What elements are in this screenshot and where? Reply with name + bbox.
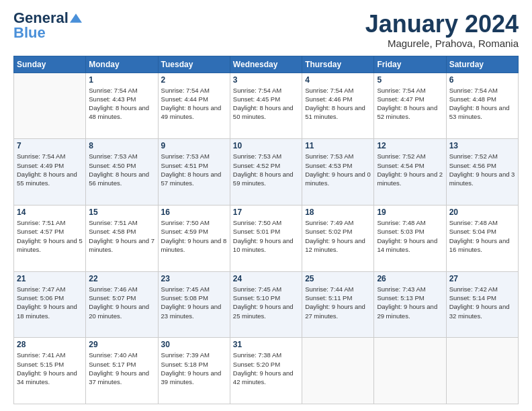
day-number: 26 xyxy=(377,274,443,283)
sunset-text: Sunset: 5:11 PM xyxy=(305,293,371,302)
sunset-text: Sunset: 5:20 PM xyxy=(233,360,299,369)
day-info: Sunrise: 7:45 AM Sunset: 5:10 PM Dayligh… xyxy=(233,285,299,320)
sunrise-text: Sunrise: 7:53 AM xyxy=(161,152,227,161)
daylight-text: Daylight: 8 hours and 55 minutes. xyxy=(17,170,83,188)
header-saturday: Saturday xyxy=(446,56,518,73)
svg-marker-0 xyxy=(70,13,82,23)
header-tuesday: Tuesday xyxy=(158,56,230,73)
table-row: 24 Sunrise: 7:45 AM Sunset: 5:10 PM Dayl… xyxy=(230,271,302,338)
day-info: Sunrise: 7:39 AM Sunset: 5:18 PM Dayligh… xyxy=(161,351,227,386)
daylight-text: Daylight: 8 hours and 50 minutes. xyxy=(233,103,299,122)
day-number: 21 xyxy=(17,274,83,283)
day-number: 25 xyxy=(305,274,371,283)
day-number: 20 xyxy=(449,208,515,217)
sunrise-text: Sunrise: 7:50 AM xyxy=(161,218,227,227)
day-info: Sunrise: 7:49 AM Sunset: 5:02 PM Dayligh… xyxy=(305,218,371,254)
sunrise-text: Sunrise: 7:39 AM xyxy=(161,351,227,359)
daylight-text: Daylight: 9 hours and 12 minutes. xyxy=(305,236,371,255)
sunrise-text: Sunrise: 7:52 AM xyxy=(449,152,515,161)
day-info: Sunrise: 7:41 AM Sunset: 5:15 PM Dayligh… xyxy=(17,351,83,386)
day-number: 24 xyxy=(233,274,299,283)
daylight-text: Daylight: 8 hours and 57 minutes. xyxy=(161,170,227,188)
daylight-text: Daylight: 8 hours and 49 minutes. xyxy=(161,103,227,122)
sunrise-text: Sunrise: 7:38 AM xyxy=(233,351,299,359)
day-info: Sunrise: 7:51 AM Sunset: 4:58 PM Dayligh… xyxy=(89,218,154,254)
sunset-text: Sunset: 4:43 PM xyxy=(89,95,154,103)
daylight-text: Daylight: 9 hours and 29 minutes. xyxy=(377,302,443,320)
sunset-text: Sunset: 5:02 PM xyxy=(305,227,371,236)
sunset-text: Sunset: 4:48 PM xyxy=(449,95,515,103)
table-row: 29 Sunrise: 7:40 AM Sunset: 5:17 PM Dayl… xyxy=(86,338,158,404)
sunset-text: Sunset: 5:07 PM xyxy=(89,293,154,302)
page: General Blue January 2024 Magurele, Prah… xyxy=(0,0,532,411)
daylight-text: Daylight: 8 hours and 56 minutes. xyxy=(89,170,154,188)
sunset-text: Sunset: 4:53 PM xyxy=(305,161,371,170)
day-info: Sunrise: 7:48 AM Sunset: 5:04 PM Dayligh… xyxy=(449,218,515,254)
day-info: Sunrise: 7:38 AM Sunset: 5:20 PM Dayligh… xyxy=(233,351,299,386)
daylight-text: Daylight: 9 hours and 37 minutes. xyxy=(89,369,154,387)
day-info: Sunrise: 7:45 AM Sunset: 5:08 PM Dayligh… xyxy=(161,285,227,320)
table-row: 21 Sunrise: 7:47 AM Sunset: 5:06 PM Dayl… xyxy=(14,271,86,338)
sunrise-text: Sunrise: 7:53 AM xyxy=(89,152,154,161)
table-row: 26 Sunrise: 7:43 AM Sunset: 5:13 PM Dayl… xyxy=(374,271,446,338)
day-info: Sunrise: 7:51 AM Sunset: 4:57 PM Dayligh… xyxy=(17,218,83,254)
table-row xyxy=(374,338,446,404)
table-row: 20 Sunrise: 7:48 AM Sunset: 5:04 PM Dayl… xyxy=(446,205,518,271)
sunrise-text: Sunrise: 7:54 AM xyxy=(305,86,371,95)
daylight-text: Daylight: 9 hours and 2 minutes. xyxy=(377,170,443,188)
daylight-text: Daylight: 8 hours and 59 minutes. xyxy=(233,170,299,188)
table-row: 5 Sunrise: 7:54 AM Sunset: 4:47 PM Dayli… xyxy=(374,73,446,139)
day-number: 14 xyxy=(17,208,83,217)
daylight-text: Daylight: 9 hours and 20 minutes. xyxy=(89,302,154,320)
daylight-text: Daylight: 9 hours and 32 minutes. xyxy=(449,302,515,320)
sunrise-text: Sunrise: 7:40 AM xyxy=(89,351,154,359)
sunrise-text: Sunrise: 7:49 AM xyxy=(305,218,371,227)
sunrise-text: Sunrise: 7:53 AM xyxy=(305,152,371,161)
day-number: 3 xyxy=(233,75,299,85)
sunset-text: Sunset: 5:15 PM xyxy=(17,360,83,369)
day-info: Sunrise: 7:42 AM Sunset: 5:14 PM Dayligh… xyxy=(449,285,515,320)
header-wednesday: Wednesday xyxy=(230,56,302,73)
day-info: Sunrise: 7:54 AM Sunset: 4:45 PM Dayligh… xyxy=(233,86,299,122)
daylight-text: Daylight: 9 hours and 27 minutes. xyxy=(305,302,371,320)
table-row xyxy=(302,338,374,404)
sunrise-text: Sunrise: 7:54 AM xyxy=(377,86,443,95)
calendar-week-row: 1 Sunrise: 7:54 AM Sunset: 4:43 PM Dayli… xyxy=(14,73,519,139)
day-info: Sunrise: 7:54 AM Sunset: 4:43 PM Dayligh… xyxy=(89,86,154,122)
sunset-text: Sunset: 4:49 PM xyxy=(17,161,83,170)
table-row: 10 Sunrise: 7:53 AM Sunset: 4:52 PM Dayl… xyxy=(230,139,302,205)
sunrise-text: Sunrise: 7:51 AM xyxy=(17,218,83,227)
table-row: 13 Sunrise: 7:52 AM Sunset: 4:56 PM Dayl… xyxy=(446,139,518,205)
table-row: 12 Sunrise: 7:52 AM Sunset: 4:54 PM Dayl… xyxy=(374,139,446,205)
sunrise-text: Sunrise: 7:48 AM xyxy=(377,218,443,227)
sunrise-text: Sunrise: 7:50 AM xyxy=(233,218,299,227)
day-number: 18 xyxy=(305,208,371,217)
location-subtitle: Magurele, Prahova, Romania xyxy=(365,38,519,49)
sunset-text: Sunset: 4:51 PM xyxy=(161,161,227,170)
day-info: Sunrise: 7:52 AM Sunset: 4:56 PM Dayligh… xyxy=(449,152,515,187)
sunset-text: Sunset: 5:01 PM xyxy=(233,227,299,236)
daylight-text: Daylight: 9 hours and 23 minutes. xyxy=(161,302,227,320)
day-info: Sunrise: 7:54 AM Sunset: 4:47 PM Dayligh… xyxy=(377,86,443,122)
logo: General Blue xyxy=(13,11,82,40)
daylight-text: Daylight: 8 hours and 52 minutes. xyxy=(377,103,443,122)
day-number: 27 xyxy=(449,274,515,283)
sunset-text: Sunset: 5:06 PM xyxy=(17,293,83,302)
table-row: 28 Sunrise: 7:41 AM Sunset: 5:15 PM Dayl… xyxy=(14,338,86,404)
sunrise-text: Sunrise: 7:52 AM xyxy=(377,152,443,161)
table-row: 31 Sunrise: 7:38 AM Sunset: 5:20 PM Dayl… xyxy=(230,338,302,404)
day-info: Sunrise: 7:53 AM Sunset: 4:50 PM Dayligh… xyxy=(89,152,154,187)
table-row: 3 Sunrise: 7:54 AM Sunset: 4:45 PM Dayli… xyxy=(230,73,302,139)
sunrise-text: Sunrise: 7:42 AM xyxy=(449,285,515,293)
sunset-text: Sunset: 5:14 PM xyxy=(449,293,515,302)
daylight-text: Daylight: 9 hours and 25 minutes. xyxy=(233,302,299,320)
day-info: Sunrise: 7:50 AM Sunset: 5:01 PM Dayligh… xyxy=(233,218,299,254)
sunset-text: Sunset: 4:59 PM xyxy=(161,227,227,236)
day-number: 16 xyxy=(161,208,227,217)
day-info: Sunrise: 7:53 AM Sunset: 4:51 PM Dayligh… xyxy=(161,152,227,187)
sunrise-text: Sunrise: 7:41 AM xyxy=(17,351,83,359)
day-number: 9 xyxy=(161,141,227,150)
sunrise-text: Sunrise: 7:46 AM xyxy=(89,285,154,293)
daylight-text: Daylight: 9 hours and 34 minutes. xyxy=(17,369,83,387)
day-number: 5 xyxy=(377,75,443,85)
